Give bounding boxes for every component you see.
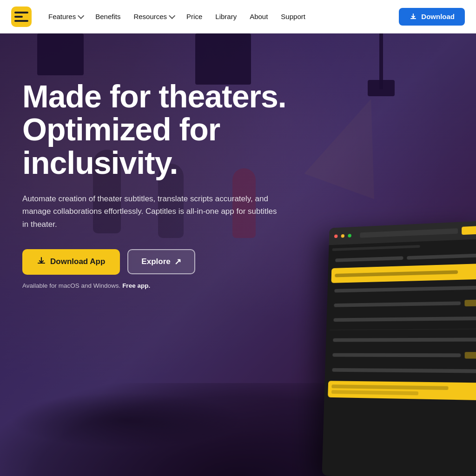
logo-icon xyxy=(14,12,28,22)
nav-item-features[interactable]: Features xyxy=(43,9,88,24)
mockup-screen xyxy=(322,221,476,476)
mockup-dot-green xyxy=(348,234,351,238)
download-icon xyxy=(409,13,417,21)
mockup-bar-line-1 xyxy=(331,384,449,390)
mockup-bottom-bar xyxy=(328,381,476,400)
mockup-content xyxy=(324,239,476,404)
chevron-down-icon-2 xyxy=(169,12,175,19)
nav-about-label: About xyxy=(250,13,268,20)
hero-cta-row: Download App Explore ↗ xyxy=(22,249,303,275)
nav-download-label: Download xyxy=(421,13,455,20)
mockup-row-8 xyxy=(329,364,476,377)
mockup-dot-red xyxy=(334,234,338,238)
app-mockup xyxy=(309,197,476,476)
download-app-icon xyxy=(37,257,46,267)
mockup-text-4 xyxy=(334,301,461,307)
hero-section: Made for theaters. Optimized for inclusi… xyxy=(0,33,476,476)
explore-arrow-icon: ↗ xyxy=(174,257,181,267)
mockup-text-6 xyxy=(333,338,476,342)
logo-line-3 xyxy=(14,20,28,22)
mockup-row-6 xyxy=(329,334,476,345)
app-logo[interactable] xyxy=(11,7,32,27)
nav-item-about[interactable]: About xyxy=(244,9,273,24)
hero-availability-note: Available for macOS and Windows. Free ap… xyxy=(22,282,303,289)
nav-support-label: Support xyxy=(281,13,305,20)
mockup-text-7 xyxy=(332,353,461,357)
mockup-row-4 xyxy=(331,296,476,312)
nav-price-label: Price xyxy=(186,13,202,20)
mockup-row-7 xyxy=(329,348,476,363)
mockup-text-8 xyxy=(332,368,476,373)
mockup-text-5 xyxy=(333,317,476,322)
nav-item-library[interactable]: Library xyxy=(210,9,242,24)
hero-headline-2: Optimized for inclusivity. xyxy=(22,113,303,179)
explore-button[interactable]: Explore ↗ xyxy=(127,249,195,274)
mockup-text-2 xyxy=(407,254,476,260)
mockup-row-5 xyxy=(330,313,476,325)
hero-content: Made for theaters. Optimized for inclusi… xyxy=(0,33,325,289)
mockup-text-1 xyxy=(335,256,403,262)
chevron-down-icon xyxy=(78,12,84,19)
nav-links: Features Benefits Resources Price Librar… xyxy=(43,9,395,24)
mockup-mini-badge-2 xyxy=(465,352,476,358)
nav-library-label: Library xyxy=(215,13,237,20)
mockup-divider xyxy=(330,329,476,330)
mockup-badge-header xyxy=(462,226,476,235)
download-app-button[interactable]: Download App xyxy=(22,249,120,275)
mockup-dot-yellow xyxy=(341,234,345,238)
nav-resources-label: Resources xyxy=(133,13,167,20)
hero-headline-1: Made for theaters. xyxy=(22,80,303,113)
mockup-row-1 xyxy=(332,250,476,265)
navbar: Features Benefits Resources Price Librar… xyxy=(0,0,476,33)
logo-line-2 xyxy=(14,16,23,18)
nav-item-resources[interactable]: Resources xyxy=(128,9,179,24)
hero-subtitle: Automate creation of theater subtitles, … xyxy=(22,192,283,231)
availability-text: Available for macOS and Windows. xyxy=(22,282,120,289)
nav-item-support[interactable]: Support xyxy=(275,9,311,24)
mockup-bar-line-2 xyxy=(331,390,418,395)
explore-label: Explore xyxy=(141,257,170,266)
nav-item-price[interactable]: Price xyxy=(181,9,208,24)
nav-benefits-label: Benefits xyxy=(95,13,120,20)
download-app-label: Download App xyxy=(50,257,105,266)
nav-download-button[interactable]: Download xyxy=(399,8,465,26)
nav-item-benefits[interactable]: Benefits xyxy=(90,9,126,24)
mockup-row-badge xyxy=(462,267,476,276)
nav-features-label: Features xyxy=(48,13,76,20)
mockup-titlebar xyxy=(360,228,458,238)
mockup-mini-badge xyxy=(464,300,476,307)
mockup-text-3 xyxy=(334,286,476,293)
mockup-section-label xyxy=(332,245,420,251)
free-label: Free app. xyxy=(122,282,150,289)
mockup-row-3 xyxy=(331,282,476,297)
logo-line-1 xyxy=(14,12,28,13)
mockup-active-text xyxy=(335,270,458,277)
mockup-row-active xyxy=(331,264,476,283)
